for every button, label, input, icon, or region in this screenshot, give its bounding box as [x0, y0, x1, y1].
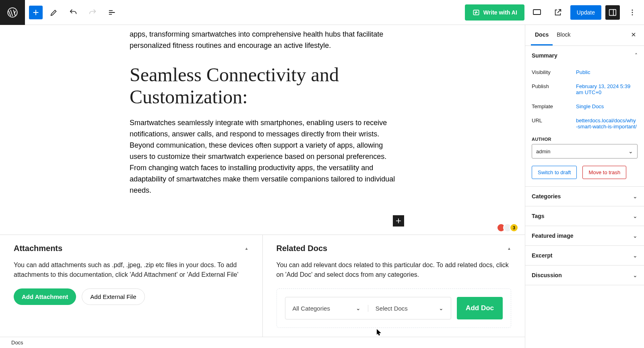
excerpt-panel-toggle[interactable]: Excerpt⌄ [525, 246, 644, 265]
collaboration-avatars: 3 [499, 223, 518, 232]
chevron-down-icon: ⌄ [628, 148, 633, 154]
settings-panel-toggle[interactable] [605, 5, 620, 20]
publish-value[interactable]: February 13, 2024 5:39 am UTC+0 [576, 83, 638, 95]
write-ai-label: Write with AI [483, 9, 517, 16]
chevron-down-icon: ⌄ [356, 305, 361, 311]
chevron-up-icon: ˄ [635, 52, 638, 59]
chevron-down-icon: ⌄ [633, 233, 638, 239]
more-options-icon[interactable] [624, 4, 641, 21]
tab-docs[interactable]: Docs [531, 25, 553, 45]
paragraph-block[interactable]: apps, transforming smartwatches into com… [130, 29, 395, 51]
insert-block-button[interactable] [393, 215, 404, 227]
chevron-down-icon: ⌄ [633, 213, 638, 219]
add-attachment-button[interactable]: Add Attachment [14, 288, 76, 305]
write-with-ai-button[interactable]: Write with AI [465, 4, 524, 21]
top-toolbar: Write with AI Update [0, 0, 644, 25]
publish-label: Publish [532, 83, 576, 95]
move-to-trash-button[interactable]: Move to trash [582, 166, 626, 179]
chevron-down-icon: ⌄ [633, 193, 638, 200]
update-button[interactable]: Update [570, 5, 601, 20]
svg-point-4 [632, 9, 633, 10]
url-label: URL [532, 117, 576, 130]
collapse-icon[interactable]: ▲ [507, 246, 511, 251]
category-select[interactable]: All Categories ⌄ [285, 305, 368, 312]
featured-image-panel-toggle[interactable]: Featured image⌄ [525, 226, 644, 245]
document-overview-icon[interactable] [104, 4, 120, 21]
visibility-value[interactable]: Public [576, 69, 638, 75]
chevron-down-icon: ⌄ [633, 272, 638, 278]
editor-canvas[interactable]: apps, transforming smartwatches into com… [0, 25, 525, 235]
categories-panel-toggle[interactable]: Categories⌄ [525, 187, 644, 206]
add-doc-button[interactable]: Add Doc [457, 297, 503, 319]
tags-panel-toggle[interactable]: Tags⌄ [525, 206, 644, 226]
svg-rect-2 [533, 10, 541, 14]
related-desc: You can add relevant docs related to thi… [277, 260, 512, 280]
attachments-title: Attachments [14, 244, 62, 253]
redo-icon [85, 4, 101, 21]
svg-point-6 [632, 14, 633, 15]
related-docs-metabox: Related Docs ▲ You can add relevant docs… [263, 235, 525, 337]
view-desktop-icon[interactable] [528, 4, 545, 21]
settings-sidebar: Docs Block Summary ˄ Visibility Public [525, 25, 644, 348]
collapse-icon[interactable]: ▲ [245, 246, 249, 251]
related-title: Related Docs [277, 244, 328, 253]
paragraph-block[interactable]: Smartwatches seamlessly integrate with s… [130, 117, 395, 196]
template-label: Template [532, 103, 576, 109]
discussion-panel-toggle[interactable]: Discussion⌄ [525, 266, 644, 285]
attachments-metabox: Attachments ▲ You can add attachments su… [0, 235, 263, 337]
visibility-label: Visibility [532, 69, 576, 75]
author-label: AUTHOR [532, 137, 638, 142]
author-select[interactable]: admin ⌄ [532, 144, 638, 159]
docs-select[interactable]: Select Docs ⌄ [368, 305, 451, 312]
undo-icon[interactable] [65, 4, 81, 21]
add-external-file-button[interactable]: Add External File [82, 288, 144, 305]
svg-point-5 [632, 12, 633, 13]
add-block-button[interactable] [29, 6, 43, 19]
summary-panel-toggle[interactable]: Summary ˄ [525, 46, 644, 65]
edit-tool-icon[interactable] [46, 4, 62, 21]
close-sidebar-icon[interactable] [629, 25, 638, 45]
chevron-down-icon: ⌄ [633, 252, 638, 259]
attachments-desc: You can add attachments such as .pdf, .j… [14, 260, 249, 280]
url-value[interactable]: betterdocs.local/docs/why-smart-watch-is… [576, 117, 638, 130]
svg-rect-3 [609, 9, 616, 15]
footer-breadcrumb: Docs [0, 337, 525, 348]
view-external-icon[interactable] [549, 4, 566, 21]
wordpress-logo[interactable] [0, 0, 25, 25]
template-value[interactable]: Single Docs [576, 103, 638, 109]
heading-block[interactable]: Seamless Connectivity and Customization: [130, 64, 395, 108]
tab-block[interactable]: Block [553, 25, 574, 45]
chevron-down-icon: ⌄ [439, 305, 444, 311]
switch-to-draft-button[interactable]: Switch to draft [532, 166, 577, 179]
